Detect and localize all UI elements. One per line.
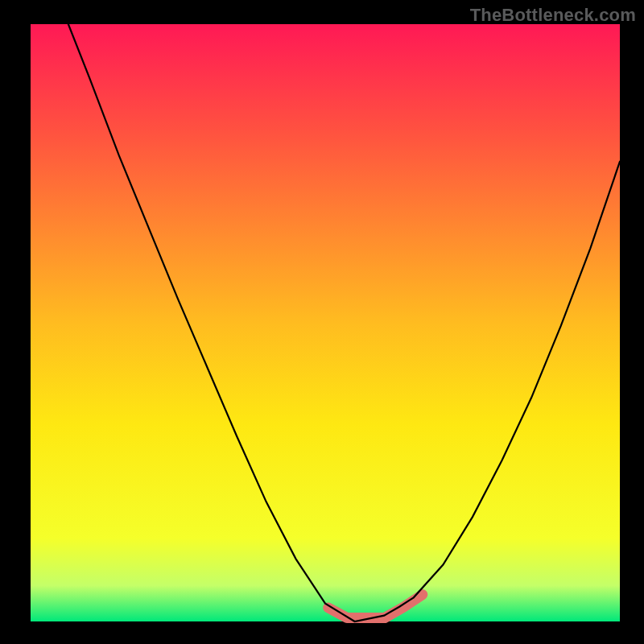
- chart-container: TheBottleneck.com: [0, 0, 644, 644]
- bottleneck-curve-plot: [0, 0, 644, 644]
- plot-background: [31, 24, 620, 621]
- watermark-text: TheBottleneck.com: [470, 5, 636, 26]
